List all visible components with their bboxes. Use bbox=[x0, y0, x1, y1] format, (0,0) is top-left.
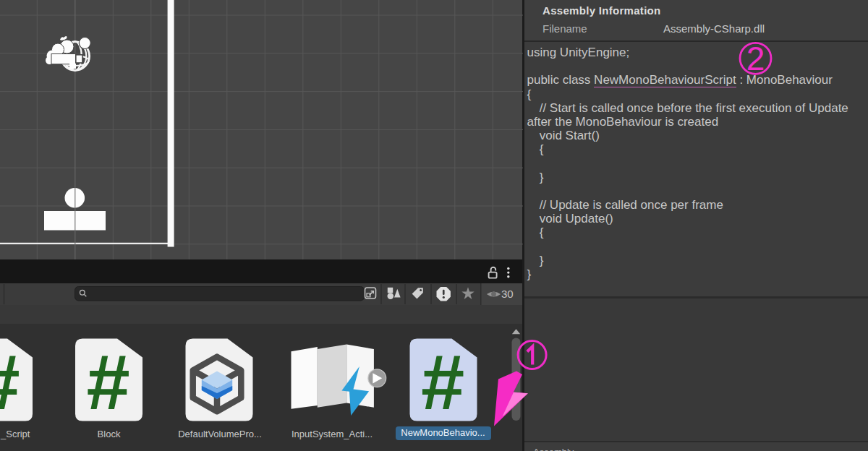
svg-text:2: 2 bbox=[746, 40, 765, 77]
